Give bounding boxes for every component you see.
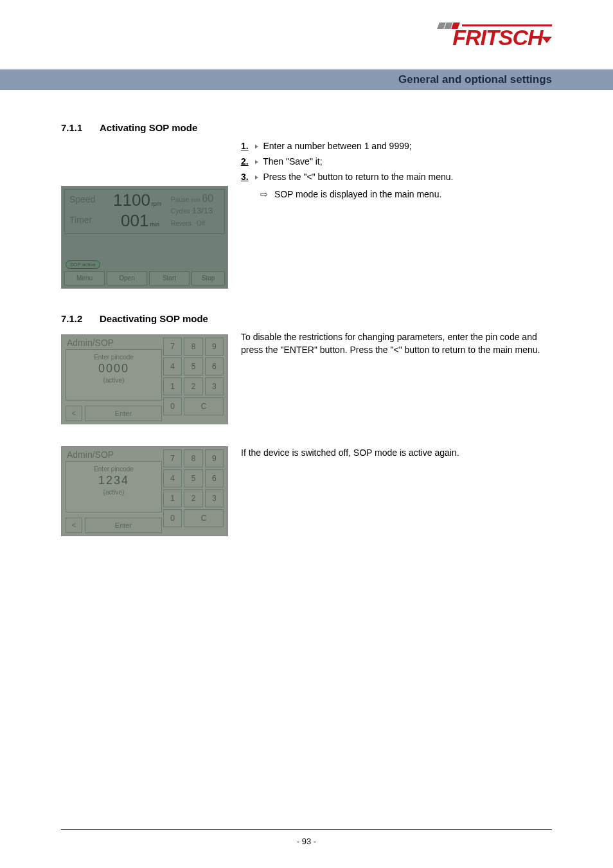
step-1: 1. Enter a number between 1 and 9999; xyxy=(241,140,552,152)
arrow-icon xyxy=(255,145,258,149)
keypad-display: Enter pincode 1234 (active) xyxy=(66,461,162,512)
key-clear[interactable]: C xyxy=(184,397,224,415)
page-footer: - 93 - xyxy=(0,829,613,846)
step-number: 1. xyxy=(241,141,249,151)
key-5[interactable]: 5 xyxy=(184,357,202,375)
logo-triangle-icon xyxy=(542,37,552,43)
step-text: Enter a number between 1 and 9999; xyxy=(263,141,411,151)
left-column: Admin/SOP Enter pincode 1234 (active) < … xyxy=(61,446,228,536)
keypad-display: Enter pincode 0000 (active) xyxy=(66,349,162,401)
open-button[interactable]: Open xyxy=(107,271,147,285)
right-column: To disable the restrictions for changing… xyxy=(228,330,552,424)
section-number: 7.1.2 xyxy=(61,313,100,324)
step-result: ⇨ SOP mode is displayed in the main menu… xyxy=(260,188,552,201)
keypad-value: 0000 xyxy=(66,362,161,375)
content-row: Speed 1100rpm Timer 001min Pause min 60 … xyxy=(61,140,552,289)
step-number: 3. xyxy=(241,172,249,182)
keypad-message: Enter pincode xyxy=(66,354,161,361)
step-text: Then "Save" it; xyxy=(263,156,322,167)
key-4[interactable]: 4 xyxy=(163,357,182,375)
numeric-keypad: 7 8 9 4 5 6 1 2 3 0 C xyxy=(163,449,224,527)
menu-button[interactable]: Menu xyxy=(64,271,105,285)
lcd-speed-value: 1100rpm xyxy=(113,190,161,210)
step-number: 2. xyxy=(241,156,249,167)
key-5[interactable]: 5 xyxy=(184,469,202,487)
key-6[interactable]: 6 xyxy=(205,357,224,375)
keypad-status: (active) xyxy=(66,489,161,496)
lcd-speed-label: Speed xyxy=(69,194,95,204)
lcd-buttons: Menu Open Start Stop xyxy=(64,271,225,285)
brand-logo: FRITSCH xyxy=(438,19,552,57)
key-9[interactable]: 9 xyxy=(205,338,224,356)
back-button[interactable]: < xyxy=(66,518,82,533)
step-2: 2. Then "Save" it; xyxy=(241,155,552,168)
body: 7.1.1 Activating SOP mode Speed 1100rpm … xyxy=(0,90,613,536)
keypad-value: 1234 xyxy=(66,474,161,487)
left-column: Speed 1100rpm Timer 001min Pause min 60 … xyxy=(61,140,228,289)
header: FRITSCH xyxy=(0,0,613,57)
sop-active-badge: SOP active xyxy=(66,260,100,269)
key-3[interactable]: 3 xyxy=(205,489,224,507)
start-button[interactable]: Start xyxy=(149,271,190,285)
key-7[interactable]: 7 xyxy=(163,338,182,356)
key-1[interactable]: 1 xyxy=(163,489,182,507)
result-arrow-icon: ⇨ xyxy=(260,189,268,199)
keypad-title: Admin/SOP xyxy=(67,449,114,460)
lcd-revers: Revers Off xyxy=(171,220,205,227)
page: FRITSCH General and optional settings 7.… xyxy=(0,0,613,868)
section-title: Activating SOP mode xyxy=(100,122,197,133)
section-heading: 7.1.2 Deactivating SOP mode xyxy=(61,313,552,324)
lcd-screenshot: Speed 1100rpm Timer 001min Pause min 60 … xyxy=(61,186,228,289)
page-number: - 93 - xyxy=(0,836,613,846)
key-2[interactable]: 2 xyxy=(184,489,202,507)
key-2[interactable]: 2 xyxy=(184,377,202,395)
lcd-cycles: Cycles 13/13 xyxy=(171,206,213,215)
keypad-screenshot-b: Admin/SOP Enter pincode 1234 (active) < … xyxy=(61,446,228,536)
step-text: Press the "<" button to return to the ma… xyxy=(263,172,453,182)
band-title: General and optional settings xyxy=(398,73,552,86)
brand-name: FRITSCH xyxy=(452,25,542,50)
footer-rule xyxy=(61,829,552,830)
content-row: Admin/SOP Enter pincode 0000 (active) < … xyxy=(61,330,552,424)
key-3[interactable]: 3 xyxy=(205,377,224,395)
keypad-status: (active) xyxy=(66,377,161,384)
logo-area: FRITSCH xyxy=(61,19,552,57)
lcd-pause: Pause min 60 xyxy=(171,193,213,204)
section-title: Deactivating SOP mode xyxy=(100,313,208,324)
switched-off-paragraph: If the device is switched off, SOP mode … xyxy=(241,446,552,459)
key-6[interactable]: 6 xyxy=(205,469,224,487)
enter-button[interactable]: Enter xyxy=(85,406,162,421)
deactivate-paragraph: To disable the restrictions for changing… xyxy=(241,330,552,357)
numeric-keypad: 7 8 9 4 5 6 1 2 3 0 C xyxy=(163,338,224,415)
result-text: SOP mode is displayed in the main menu. xyxy=(274,189,441,199)
right-column: 1. Enter a number between 1 and 9999; 2.… xyxy=(228,140,552,289)
key-0[interactable]: 0 xyxy=(163,509,182,527)
arrow-icon xyxy=(255,176,258,179)
step-3: 3. Press the "<" button to return to the… xyxy=(241,170,552,183)
section-band: General and optional settings xyxy=(0,69,613,90)
keypad-title: Admin/SOP xyxy=(67,338,114,348)
left-column: Admin/SOP Enter pincode 0000 (active) < … xyxy=(61,330,228,424)
key-9[interactable]: 9 xyxy=(205,449,224,467)
keypad-message: Enter pincode xyxy=(66,466,161,473)
enter-button[interactable]: Enter xyxy=(85,518,162,533)
key-7[interactable]: 7 xyxy=(163,449,182,467)
content-row: Admin/SOP Enter pincode 1234 (active) < … xyxy=(61,446,552,536)
stop-button[interactable]: Stop xyxy=(191,271,225,285)
lcd-timer-value: 001min xyxy=(121,211,159,231)
key-0[interactable]: 0 xyxy=(163,397,182,415)
key-clear[interactable]: C xyxy=(184,509,224,527)
key-8[interactable]: 8 xyxy=(184,449,202,467)
section-heading: 7.1.1 Activating SOP mode xyxy=(61,122,552,133)
key-1[interactable]: 1 xyxy=(163,377,182,395)
right-column: If the device is switched off, SOP mode … xyxy=(228,446,552,536)
key-8[interactable]: 8 xyxy=(184,338,202,356)
lcd-timer-label: Timer xyxy=(69,215,92,225)
keypad-screenshot-a: Admin/SOP Enter pincode 0000 (active) < … xyxy=(61,334,228,424)
back-button[interactable]: < xyxy=(66,406,82,421)
section-number: 7.1.1 xyxy=(61,122,100,133)
key-4[interactable]: 4 xyxy=(163,469,182,487)
arrow-icon xyxy=(255,160,258,164)
